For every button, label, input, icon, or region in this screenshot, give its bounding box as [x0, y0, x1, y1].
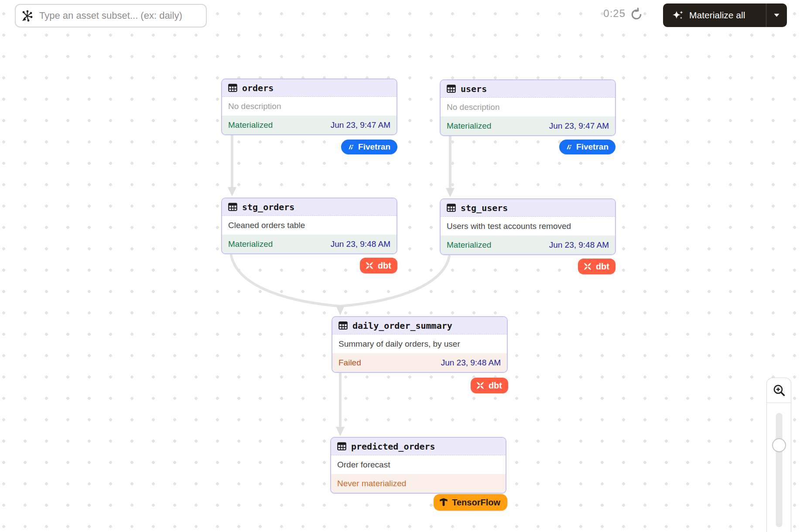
status-label: Materialized [447, 121, 491, 131]
fivetran-icon [564, 143, 573, 151]
table-icon [447, 204, 456, 212]
asset-title: users [461, 84, 487, 94]
status-label: Materialized [447, 240, 491, 250]
kind-badge-label: dbt [378, 261, 391, 271]
asset-title: stg_orders [242, 202, 294, 212]
asset-title: predicted_orders [351, 441, 435, 452]
asset-title: stg_users [461, 203, 508, 213]
status-timestamp: Jun 23, 9:48 AM [549, 240, 609, 250]
kind-badge-dbt: dbt [578, 259, 615, 274]
status-timestamp: Jun 23, 9:48 AM [441, 358, 501, 368]
asset-node-stg-orders[interactable]: stg_orders Cleaned orders table Material… [221, 198, 397, 254]
sparkle-icon [672, 10, 684, 21]
dbt-icon [583, 262, 592, 271]
status-timestamp: Jun 23, 9:47 AM [331, 120, 390, 130]
arrowhead-stg-users [446, 188, 455, 197]
tensorflow-icon [439, 497, 448, 508]
kind-badge-label: dbt [596, 262, 609, 272]
chevron-down-icon [774, 14, 779, 17]
refresh-countdown: 0:25 [597, 7, 626, 20]
search-input[interactable] [15, 4, 207, 27]
status-timestamp: Jun 23, 9:47 AM [549, 121, 609, 131]
table-icon [228, 84, 237, 92]
table-icon [338, 321, 348, 330]
asset-title: orders [242, 83, 274, 93]
asset-description: Users with test accounts removed [441, 217, 615, 235]
asset-status-row: Materialized Jun 23, 9:47 AM [441, 116, 615, 135]
zoom-slider-handle[interactable] [772, 438, 786, 452]
kind-badge-label: Fivetran [358, 142, 390, 152]
asset-node-orders[interactable]: orders No description Materialized Jun 2… [221, 78, 397, 135]
zoom-in-button[interactable] [767, 378, 791, 403]
kind-badge-label: Fivetran [576, 142, 609, 152]
fivetran-icon [346, 143, 355, 151]
asset-node-header: daily_order_summary [332, 317, 507, 334]
asset-graph-icon [21, 10, 33, 22]
asset-lineage-canvas[interactable]: orders No description Materialized Jun 2… [0, 0, 800, 532]
dbt-icon [365, 261, 374, 270]
asset-status-row: Materialized Jun 23, 9:48 AM [222, 235, 397, 253]
asset-status-row: Failed Jun 23, 9:48 AM [332, 353, 507, 372]
kind-badge-label: dbt [489, 381, 502, 391]
status-label: Failed [338, 358, 361, 368]
status-timestamp: Jun 23, 9:48 AM [331, 239, 390, 249]
asset-description: No description [222, 97, 397, 116]
asset-node-header: orders [222, 79, 397, 97]
asset-node-users[interactable]: users No description Materialized Jun 23… [440, 79, 616, 136]
asset-node-header: predicted_orders [331, 438, 506, 455]
asset-node-daily-order-summary[interactable]: daily_order_summary Summary of daily ord… [332, 316, 508, 373]
magnifier-plus-icon [773, 384, 786, 397]
asset-node-header: stg_users [441, 199, 615, 217]
arrowhead-predicted [336, 427, 345, 436]
materialize-options-button[interactable] [766, 3, 787, 27]
zoom-slider-track[interactable] [776, 413, 782, 527]
zoom-control-panel [766, 378, 791, 532]
table-icon [447, 85, 456, 93]
status-label: Never materialized [337, 479, 406, 488]
asset-description: Order forecast [331, 455, 506, 474]
asset-status-row: Never materialized [331, 474, 506, 493]
table-icon [337, 442, 346, 450]
edge-stg-orders-daily [231, 256, 339, 306]
kind-badge-label: TensorFlow [452, 498, 500, 508]
asset-search [15, 4, 207, 27]
materialize-all-button[interactable]: Materialize all [663, 3, 787, 27]
kind-badge-dbt: dbt [360, 258, 397, 273]
asset-description: Summary of daily orders, by user [332, 334, 507, 353]
asset-node-predicted-orders[interactable]: predicted_orders Order forecast Never ma… [330, 437, 506, 494]
asset-description: Cleaned orders table [222, 216, 397, 235]
table-icon [228, 203, 237, 211]
status-label: Materialized [228, 239, 273, 249]
asset-description: No description [441, 98, 615, 116]
asset-node-header: stg_orders [222, 198, 397, 216]
kind-badge-fivetran: Fivetran [341, 140, 397, 154]
kind-badge-fivetran: Fivetran [559, 140, 615, 154]
materialize-all-label: Materialize all [689, 10, 745, 20]
status-label: Materialized [228, 120, 273, 130]
refresh-icon[interactable] [629, 7, 643, 21]
asset-status-row: Materialized Jun 23, 9:47 AM [222, 116, 397, 134]
asset-node-stg-users[interactable]: stg_users Users with test accounts remov… [440, 198, 616, 255]
kind-badge-dbt: dbt [471, 378, 508, 393]
kind-badge-tensorflow: TensorFlow [434, 494, 507, 511]
asset-title: daily_order_summary [352, 321, 452, 331]
materialize-all-main[interactable]: Materialize all [663, 3, 766, 27]
dbt-icon [475, 381, 485, 390]
arrowhead-daily [336, 306, 345, 315]
asset-status-row: Materialized Jun 23, 9:48 AM [441, 235, 615, 254]
asset-node-header: users [441, 80, 615, 98]
arrowhead-stg-orders [228, 187, 236, 196]
